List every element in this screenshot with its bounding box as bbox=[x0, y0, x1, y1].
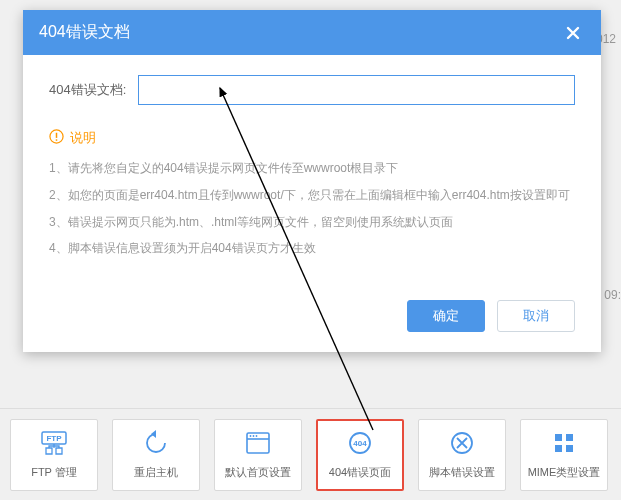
modal-body: 404错误文档: 说明 1、请先将您自定义的404错误提示网页文件传至wwwro… bbox=[23, 55, 601, 286]
tile-label: 默认首页设置 bbox=[225, 465, 291, 480]
info-header: 说明 bbox=[49, 129, 575, 147]
svg-text:FTP: FTP bbox=[46, 434, 62, 443]
tile-default-homepage[interactable]: 默认首页设置 bbox=[214, 419, 302, 491]
svg-text:404: 404 bbox=[353, 439, 367, 448]
tile-label: FTP 管理 bbox=[31, 465, 77, 480]
bottom-action-row: FTP FTP 管理 重启主机 默认首页设置 404 404错误页面 脚本错误设… bbox=[0, 408, 621, 500]
tile-mime-types[interactable]: MIME类型设置 bbox=[520, 419, 608, 491]
info-title: 说明 bbox=[70, 129, 96, 147]
svg-rect-13 bbox=[555, 434, 562, 441]
svg-rect-14 bbox=[566, 434, 573, 441]
info-item: 1、请先将您自定义的404错误提示网页文件传至wwwroot根目录下 bbox=[49, 157, 575, 180]
modal-footer: 确定 取消 bbox=[23, 286, 601, 352]
close-icon[interactable] bbox=[561, 25, 585, 41]
svg-point-7 bbox=[250, 435, 252, 437]
svg-rect-1 bbox=[56, 133, 58, 138]
info-item: 3、错误提示网页只能为.htm、.html等纯网页文件，留空则使用系统默认页面 bbox=[49, 211, 575, 234]
tile-label: 重启主机 bbox=[134, 465, 178, 480]
modal-header: 404错误文档 bbox=[23, 10, 601, 55]
error-404-icon: 404 bbox=[346, 430, 374, 459]
tile-ftp-manage[interactable]: FTP FTP 管理 bbox=[10, 419, 98, 491]
svg-rect-15 bbox=[555, 445, 562, 452]
script-error-icon bbox=[448, 430, 476, 459]
svg-rect-16 bbox=[566, 445, 573, 452]
modal-title: 404错误文档 bbox=[39, 22, 130, 43]
restart-icon bbox=[142, 430, 170, 459]
svg-point-9 bbox=[256, 435, 258, 437]
svg-point-8 bbox=[253, 435, 255, 437]
info-item: 4、脚本错误信息设置须为开启404错误页方才生效 bbox=[49, 237, 575, 260]
tile-404-error-page[interactable]: 404 404错误页面 bbox=[316, 419, 404, 491]
modal-404-error-doc: 404错误文档 404错误文档: 说明 1、请先将您自定义的404错误提示网页文… bbox=[23, 10, 601, 352]
form-label: 404错误文档: bbox=[49, 81, 126, 99]
grid-icon bbox=[550, 430, 578, 459]
info-list: 1、请先将您自定义的404错误提示网页文件传至wwwroot根目录下 2、如您的… bbox=[49, 157, 575, 260]
tile-label: 脚本错误设置 bbox=[429, 465, 495, 480]
info-item: 2、如您的页面是err404.htm且传到wwwroot/下，您只需在上面编辑框… bbox=[49, 184, 575, 207]
tile-script-error[interactable]: 脚本错误设置 bbox=[418, 419, 506, 491]
window-icon bbox=[244, 430, 272, 459]
form-row: 404错误文档: bbox=[49, 75, 575, 105]
info-section: 说明 1、请先将您自定义的404错误提示网页文件传至wwwroot根目录下 2、… bbox=[49, 123, 575, 274]
info-icon bbox=[49, 129, 64, 147]
ftp-icon: FTP bbox=[40, 430, 68, 459]
tile-restart-host[interactable]: 重启主机 bbox=[112, 419, 200, 491]
tile-label: 404错误页面 bbox=[329, 465, 391, 480]
cancel-button[interactable]: 取消 bbox=[497, 300, 575, 332]
tile-label: MIME类型设置 bbox=[528, 465, 601, 480]
svg-rect-2 bbox=[56, 139, 58, 141]
error-doc-input[interactable] bbox=[138, 75, 575, 105]
ok-button[interactable]: 确定 bbox=[407, 300, 485, 332]
